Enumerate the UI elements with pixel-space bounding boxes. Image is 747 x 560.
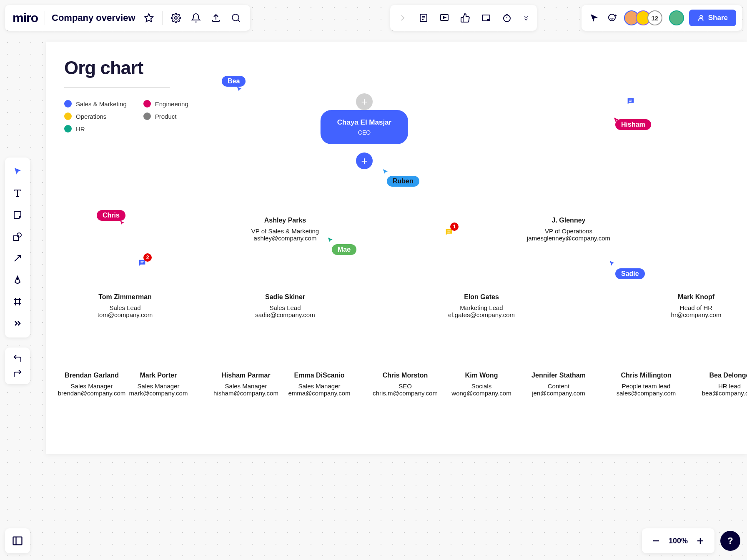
- comment-count-badge: 1: [450, 222, 459, 231]
- legend-label: HR: [76, 125, 85, 132]
- shape-tool-icon[interactable]: [8, 228, 27, 246]
- share-button[interactable]: Share: [689, 10, 736, 26]
- card-icon[interactable]: [479, 11, 493, 25]
- org-node[interactable]: Mark Knopf Head of HR hr@company.com: [642, 293, 747, 318]
- divider: [162, 11, 163, 25]
- board-title[interactable]: Company overview: [52, 12, 135, 23]
- search-icon[interactable]: [229, 11, 243, 25]
- text-tool-icon[interactable]: [8, 184, 27, 202]
- current-user-avatar[interactable]: [669, 10, 684, 25]
- share-button-label: Share: [708, 14, 728, 22]
- svg-point-1: [175, 17, 177, 19]
- org-node[interactable]: Bea Delonge HR lead bea@company.com: [675, 372, 747, 397]
- zoom-control: 100%: [642, 528, 714, 553]
- zoom-in-icon[interactable]: [694, 534, 707, 548]
- org-node[interactable]: J. Glenney VP of Operations jamesglenney…: [514, 217, 623, 242]
- legend-dot: [143, 100, 151, 108]
- undo-icon[interactable]: [11, 352, 24, 365]
- node-role: HR lead: [675, 382, 747, 390]
- svg-point-16: [609, 14, 615, 21]
- node-role: VP of Sales & Marketing: [231, 228, 339, 235]
- collaborator-cursor: Chris: [97, 210, 125, 221]
- undo-redo-toolbar: [5, 348, 30, 384]
- note-icon[interactable]: [417, 11, 430, 25]
- select-tool-icon[interactable]: [8, 162, 27, 181]
- divider: [64, 88, 170, 88]
- node-name: Mark Knopf: [642, 293, 747, 301]
- cursor-label: Ruben: [387, 176, 419, 187]
- zoom-value[interactable]: 100%: [669, 537, 688, 545]
- add-child-button[interactable]: +: [356, 152, 373, 169]
- legend-item: Sales & Marketing: [64, 100, 127, 108]
- sticky-note-tool-icon[interactable]: [8, 206, 27, 224]
- reactions-icon[interactable]: [606, 11, 619, 25]
- legend-item: Operations: [64, 112, 127, 120]
- org-node[interactable]: Tom Zimmerman Sales Lead tom@company.com: [71, 293, 179, 318]
- settings-icon[interactable]: [169, 11, 183, 25]
- node-name: Tom Zimmerman: [71, 293, 179, 301]
- more-icon[interactable]: [521, 11, 531, 25]
- legend-dot: [64, 125, 72, 132]
- collaborator-cursor: Bea: [222, 76, 246, 87]
- export-icon[interactable]: [209, 11, 223, 25]
- comment-icon[interactable]: 1: [443, 226, 455, 238]
- app-logo[interactable]: miro: [13, 11, 38, 25]
- bottom-right-controls: 100% ?: [642, 528, 740, 553]
- svg-point-12: [487, 19, 489, 21]
- node-role: Sales Lead: [71, 304, 179, 311]
- frames-panel-button[interactable]: [5, 528, 30, 553]
- svg-line-26: [15, 255, 20, 261]
- node-email: bea@company.com: [675, 390, 747, 397]
- node-role: Marketing Lead: [427, 304, 536, 311]
- avatar-overflow-count[interactable]: 12: [647, 10, 662, 25]
- node-role: VP of Operations: [514, 228, 623, 235]
- collaborator-avatars[interactable]: 12: [624, 10, 662, 25]
- presentation-icon[interactable]: [438, 11, 451, 25]
- node-email: ashley@company.com: [231, 235, 339, 242]
- help-button[interactable]: ?: [720, 531, 740, 551]
- more-tools-icon[interactable]: [8, 314, 27, 332]
- svg-rect-32: [13, 537, 22, 545]
- legend-dot: [143, 112, 151, 120]
- cursor-label: Mae: [332, 244, 356, 255]
- cursor-label: Hisham: [615, 119, 651, 130]
- arrow-tool-icon[interactable]: [8, 249, 27, 268]
- org-node[interactable]: Elon Gates Marketing Lead el.gates@compa…: [427, 293, 536, 318]
- cursor-play-icon[interactable]: [587, 11, 601, 25]
- comment-icon[interactable]: [624, 95, 637, 108]
- chevron-right-icon[interactable]: [396, 11, 409, 25]
- top-left-toolbar: miro Company overview: [5, 5, 250, 31]
- node-name: Sadie Skiner: [231, 293, 339, 301]
- node-email: jamesglenney@company.com: [514, 235, 623, 242]
- svg-marker-0: [145, 14, 153, 22]
- frame-title[interactable]: Org chart: [64, 58, 143, 78]
- redo-icon[interactable]: [11, 367, 24, 380]
- org-chart-frame[interactable]: Org chart Sales & Marketing Engineering …: [46, 42, 747, 454]
- node-name: Bea Delonge: [675, 372, 747, 379]
- divider: [45, 11, 45, 25]
- collaborator-cursor: Mae: [332, 244, 356, 255]
- comment-icon[interactable]: 2: [136, 257, 148, 269]
- svg-line-4: [238, 20, 239, 22]
- star-icon[interactable]: [142, 11, 155, 25]
- frame-tool-icon[interactable]: [8, 292, 27, 311]
- comment-count-badge: 2: [143, 253, 152, 262]
- pen-tool-icon[interactable]: [8, 271, 27, 289]
- zoom-out-icon[interactable]: [649, 534, 663, 548]
- legend-dot: [64, 100, 72, 108]
- cursor-label: Bea: [222, 76, 246, 87]
- node-email: hr@company.com: [642, 311, 747, 318]
- cursor-label: Sadie: [615, 268, 645, 279]
- node-name: Chaya El Masjar: [337, 118, 391, 127]
- node-name: J. Glenney: [514, 217, 623, 224]
- timer-icon[interactable]: [500, 11, 514, 25]
- org-node[interactable]: Sadie Skiner Sales Lead sadie@company.co…: [231, 293, 339, 318]
- thumbs-up-icon[interactable]: [459, 11, 472, 25]
- node-name: Elon Gates: [427, 293, 536, 301]
- ceo-node[interactable]: Chaya El Masjar CEO: [321, 110, 408, 144]
- add-parent-button[interactable]: +: [356, 93, 373, 110]
- node-name: Ashley Parks: [231, 217, 339, 224]
- node-email: sadie@company.com: [231, 311, 339, 318]
- org-node[interactable]: Ashley Parks VP of Sales & Marketing ash…: [231, 217, 339, 242]
- bell-icon[interactable]: [189, 11, 203, 25]
